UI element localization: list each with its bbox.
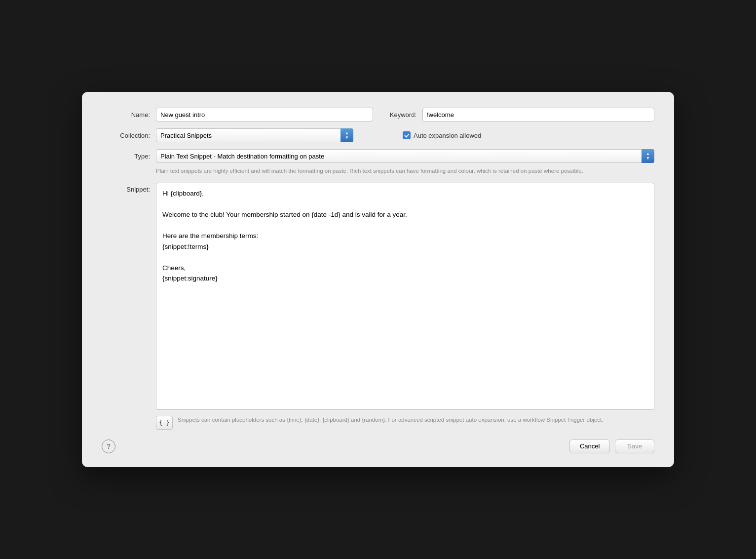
snippet-footer: { } Snippets can contain placeholders su… bbox=[156, 416, 654, 430]
snippet-label: Snippet: bbox=[102, 183, 156, 193]
name-label: Name: bbox=[102, 111, 156, 119]
collection-select[interactable]: Practical Snippets General Work bbox=[156, 128, 353, 142]
type-description: Plain text snippets are highly efficient… bbox=[156, 167, 654, 175]
cancel-button[interactable]: Cancel bbox=[569, 439, 610, 453]
auto-expansion-checkbox[interactable] bbox=[403, 131, 411, 139]
snippet-editor-wrapper: Hi {clipboard}, Welcome to the club! You… bbox=[156, 183, 654, 412]
checkmark-icon bbox=[404, 133, 410, 138]
footer-buttons: Cancel Save bbox=[569, 439, 654, 453]
help-button[interactable]: ? bbox=[102, 439, 115, 453]
keyword-label: Keyword: bbox=[383, 111, 422, 119]
snippet-section: Snippet: Hi {clipboard}, Welcome to the … bbox=[102, 183, 654, 412]
placeholder-button[interactable]: { } bbox=[156, 416, 173, 430]
collection-label: Collection: bbox=[102, 132, 156, 139]
snippet-editor-dialog: Name: Keyword: Collection: Practical Sni… bbox=[82, 92, 674, 467]
name-input[interactable] bbox=[156, 108, 373, 121]
auto-expansion-checkbox-wrapper[interactable]: Auto expansion allowed bbox=[403, 131, 481, 139]
keyword-input[interactable] bbox=[422, 108, 654, 121]
type-label: Type: bbox=[102, 153, 156, 160]
snippet-hint: Snippets can contain placeholders such a… bbox=[178, 416, 603, 424]
dialog-footer: ? Cancel Save bbox=[102, 439, 654, 453]
snippet-textarea[interactable]: Hi {clipboard}, Welcome to the club! You… bbox=[156, 183, 654, 410]
save-button[interactable]: Save bbox=[615, 439, 654, 453]
type-select[interactable]: Plain Text Snippet - Match destination f… bbox=[156, 149, 654, 163]
auto-expansion-label: Auto expansion allowed bbox=[414, 132, 481, 139]
